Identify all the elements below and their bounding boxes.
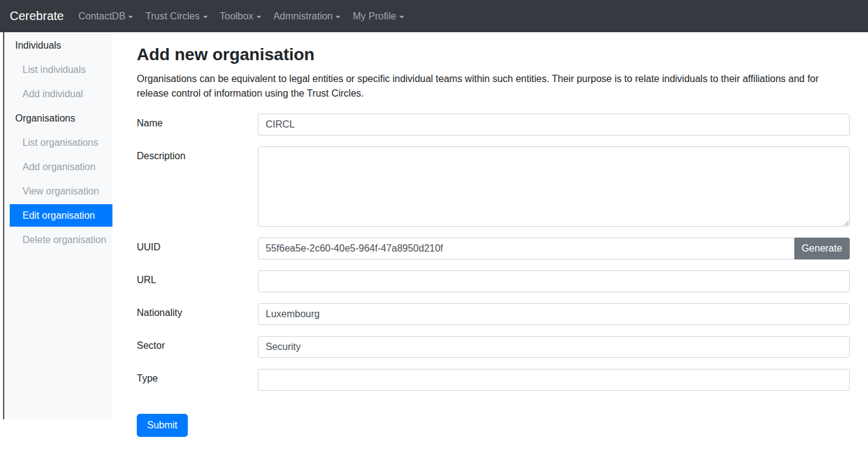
top-navbar: Cerebrate ContactDB Trust Circles Toolbo…	[0, 0, 868, 32]
nav-item-contactdb[interactable]: ContactDB	[72, 6, 139, 27]
sidebar-scrollbar[interactable]	[3, 32, 4, 419]
nav-item-label: My Profile	[353, 11, 396, 21]
chevron-down-icon	[399, 16, 404, 18]
sidebar-menu: Individuals List individuals Add individ…	[4, 32, 112, 419]
sidebar-item-organisations[interactable]: Organisations	[4, 106, 112, 131]
nationality-label: Nationality	[137, 303, 258, 325]
chevron-down-icon	[203, 16, 208, 18]
uuid-row: UUID Generate	[137, 238, 850, 259]
uuid-input[interactable]	[258, 238, 794, 259]
nav-item-label: Admnistration	[274, 11, 333, 21]
chevron-down-icon	[336, 16, 340, 18]
add-organisation-form: Name Description UUID Generate URL	[137, 114, 850, 437]
sidebar-item-view-organisation[interactable]: View organisation	[4, 179, 112, 204]
type-row: Type	[137, 369, 850, 391]
sector-label: Sector	[137, 336, 258, 358]
nav-item-toolbox[interactable]: Toolbox	[214, 6, 267, 27]
name-input[interactable]	[258, 114, 850, 136]
sidebar-item-edit-organisation[interactable]: Edit organisation	[10, 204, 112, 227]
chevron-down-icon	[128, 16, 133, 18]
name-row: Name	[137, 114, 850, 136]
url-input[interactable]	[258, 270, 850, 292]
url-label: URL	[137, 270, 258, 292]
sidebar-item-list-organisations[interactable]: List organisations	[4, 131, 112, 155]
page-title: Add new organisation	[137, 45, 850, 64]
description-label: Description	[137, 146, 258, 227]
page-description: Organisations can be equivalent to legal…	[137, 72, 850, 101]
navbar-menu: ContactDB Trust Circles Toolbox Admnistr…	[72, 6, 410, 27]
nav-item-label: Toolbox	[220, 11, 253, 21]
nationality-row: Nationality	[137, 303, 850, 325]
brand-cerebrate[interactable]: Cerebrate	[10, 9, 64, 23]
nav-item-my-profile[interactable]: My Profile	[346, 6, 410, 27]
url-row: URL	[137, 270, 850, 292]
nationality-input[interactable]	[258, 303, 850, 325]
sidebar-item-add-organisation[interactable]: Add organisation	[4, 155, 112, 179]
chevron-down-icon	[257, 16, 261, 18]
nav-item-label: ContactDB	[78, 11, 125, 21]
sidebar-item-delete-organisation[interactable]: Delete organisation	[4, 228, 112, 252]
nav-item-administration[interactable]: Admnistration	[267, 6, 347, 27]
sidebar-item-list-individuals[interactable]: List individuals	[4, 58, 112, 82]
uuid-label: UUID	[137, 238, 258, 259]
sidebar-item-individuals[interactable]: Individuals	[4, 33, 112, 58]
type-input[interactable]	[258, 369, 850, 391]
submit-button[interactable]: Submit	[137, 414, 188, 437]
description-row: Description	[137, 146, 850, 227]
type-label: Type	[137, 369, 258, 391]
name-label: Name	[137, 114, 258, 136]
nav-item-label: Trust Circles	[145, 11, 199, 21]
sidebar: Individuals List individuals Add individ…	[0, 32, 112, 419]
sidebar-item-add-individual[interactable]: Add individual	[4, 82, 112, 106]
sector-row: Sector	[137, 336, 850, 358]
description-textarea[interactable]	[258, 146, 850, 227]
main-content: Add new organisation Organisations can b…	[112, 32, 868, 437]
generate-button[interactable]: Generate	[794, 238, 850, 259]
nav-item-trust-circles[interactable]: Trust Circles	[139, 6, 213, 27]
sector-input[interactable]	[258, 336, 850, 358]
